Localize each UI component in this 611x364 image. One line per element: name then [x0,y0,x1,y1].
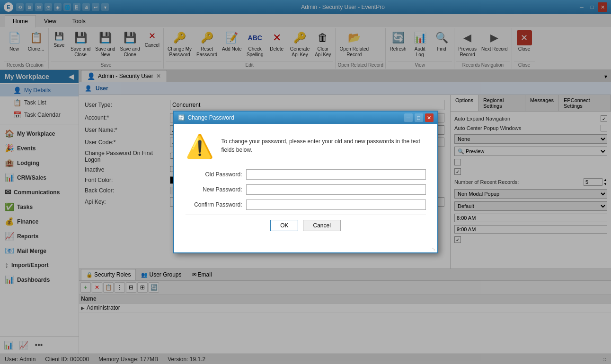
old-password-input[interactable] [246,169,426,180]
modal-titlebar-controls: ─ □ ✕ [404,113,434,122]
modal-resize-handle[interactable]: ⤡ [174,245,437,252]
modal-maximize-button[interactable]: □ [415,113,423,122]
modal-field-confirm-password: Confirm Password: [186,199,426,210]
confirm-password-input[interactable] [246,199,426,210]
new-password-label: New Password: [186,186,242,193]
modal-close-button[interactable]: ✕ [425,113,434,122]
modal-field-old-password: Old Password: [186,169,426,180]
modal-title-icon: 🔄 [178,114,185,121]
new-password-input[interactable] [246,184,426,195]
modal-buttons: OK Cancel [186,215,426,236]
modal-field-new-password: New Password: [186,184,426,195]
change-password-modal: 🔄 Change Password ─ □ ✕ ⚠️ To change you… [173,111,438,253]
modal-warning-icon: ⚠️ [186,133,214,160]
modal-content: ⚠️ To change your password, please enter… [174,124,437,245]
modal-fields: Old Password: New Password: Confirm Pass… [186,169,426,210]
modal-overlay: 🔄 Change Password ─ □ ✕ ⚠️ To change you… [0,0,611,364]
modal-minimize-button[interactable]: ─ [404,113,413,122]
modal-body: ⚠️ To change your password, please enter… [186,133,426,160]
modal-cancel-button[interactable]: Cancel [303,220,340,231]
old-password-label: Old Password: [186,171,242,178]
modal-titlebar: 🔄 Change Password ─ □ ✕ [174,112,437,124]
modal-ok-button[interactable]: OK [270,220,298,231]
modal-message: To change your password, please enter yo… [221,133,426,160]
confirm-password-label: Confirm Password: [186,201,242,208]
modal-title-left: 🔄 Change Password [178,114,234,121]
modal-title-text: Change Password [188,114,234,121]
